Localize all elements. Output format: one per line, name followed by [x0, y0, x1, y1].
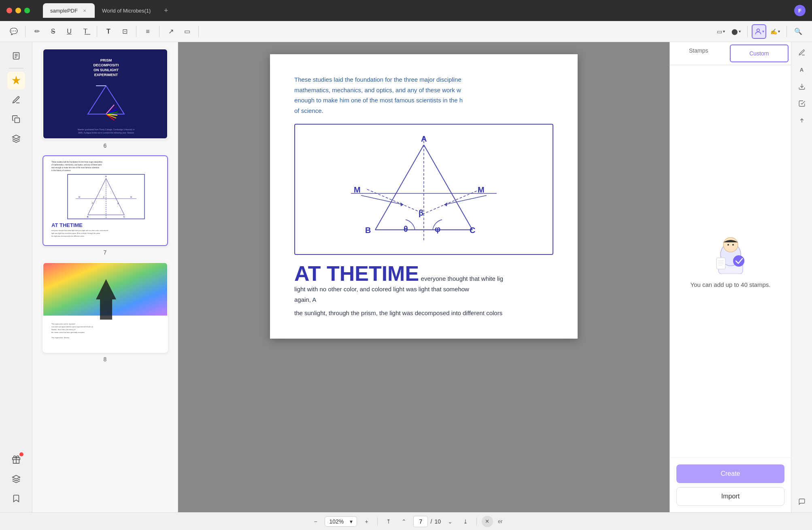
- sidebar-pages-icon[interactable]: [7, 47, 25, 65]
- comment-toolbar-btn[interactable]: 💬: [6, 24, 21, 39]
- svg-point-79: [727, 244, 729, 246]
- sidebar-copy-icon[interactable]: [7, 110, 25, 128]
- page-total: 10: [434, 518, 441, 525]
- svg-line-57: [375, 145, 424, 230]
- far-right-panel: A: [791, 42, 812, 512]
- text-box-toolbar-btn[interactable]: ⊡: [117, 24, 132, 39]
- far-right-upload-icon[interactable]: [795, 113, 809, 128]
- stamps-panel-content: You can add up to 40 stamps.: [670, 65, 791, 458]
- last-page-btn[interactable]: ⤓: [459, 515, 472, 528]
- next-page-btn[interactable]: ⌄: [444, 515, 456, 528]
- pdf-page-7: These studies laid the foundation for th…: [270, 54, 578, 339]
- sidebar-stack-icon[interactable]: [7, 470, 25, 488]
- prev-page-btn[interactable]: ⌃: [398, 515, 410, 528]
- pdf-intro-text: These studies laid the foundation for th…: [294, 74, 553, 116]
- svg-text:B: B: [87, 216, 89, 218]
- fill-color-btn[interactable]: ⬤▾: [729, 24, 743, 39]
- arrow-toolbar-btn[interactable]: ↗: [164, 24, 178, 39]
- traffic-lights: [6, 8, 30, 13]
- svg-text:M: M: [478, 185, 485, 194]
- svg-text:β: β: [103, 196, 104, 198]
- svg-text:the light was decomposed into : the light was decomposed into different …: [51, 235, 84, 237]
- zoom-in-btn[interactable]: +: [360, 515, 372, 528]
- separator-3: [136, 26, 136, 37]
- sidebar-bookmark-icon[interactable]: [7, 490, 25, 507]
- svg-text:was enough to make him one of : was enough to make him one of the most f…: [51, 167, 100, 169]
- far-right-download-icon[interactable]: [795, 79, 809, 94]
- thumb-img-7: These studies laid the foundation for th…: [43, 156, 168, 245]
- thumb-card-6[interactable]: PRISM DECOMPOSITI ON SUNLIGHT EXPERIMENT: [43, 49, 168, 139]
- svg-text:light was light that somehow a: light was light that somehow again, A th…: [51, 232, 100, 234]
- far-right-edit-icon[interactable]: [795, 45, 809, 60]
- sidebar-annotate-icon[interactable]: [7, 91, 25, 109]
- far-right-text-icon[interactable]: A: [795, 62, 809, 77]
- tab-microbes[interactable]: World of Microbes(1): [95, 3, 158, 18]
- pdf-big-title-area: AT THETIME everyone thought that white l…: [294, 263, 553, 305]
- svg-text:β: β: [419, 208, 423, 217]
- svg-text:These studies laid the foundat: These studies laid the foundation for th…: [51, 161, 103, 163]
- pdf-body-text-2: the sunlight, through the prism, the lig…: [294, 308, 553, 318]
- svg-rect-5: [15, 118, 19, 123]
- close-button[interactable]: [6, 8, 12, 13]
- first-page-btn[interactable]: ⤒: [383, 515, 395, 528]
- shape-color-btn[interactable]: ▭▾: [714, 24, 727, 39]
- thumb-svg-7: These studies laid the foundation for th…: [43, 156, 168, 245]
- toolbar: 💬 ✏ S U T͟ T ⊡ ≡ ↗ ▭ ▭▾ ⬤▾ ▾ ✍▾ 🔍: [0, 21, 812, 42]
- create-stamp-button[interactable]: Create: [676, 464, 784, 483]
- bottom-close-btn[interactable]: ✕: [482, 516, 493, 527]
- import-stamp-button[interactable]: Import: [676, 487, 784, 506]
- custom-tab[interactable]: Custom: [730, 45, 789, 62]
- stamps-tab[interactable]: Stamps: [670, 42, 727, 60]
- sidebar-gift-icon[interactable]: [7, 451, 25, 469]
- tab-samplepdf[interactable]: samplePDF ✕: [43, 3, 95, 18]
- separator-6: [747, 26, 748, 37]
- strikethrough-toolbar-btn[interactable]: S: [46, 24, 60, 39]
- tab-label: samplePDF: [50, 8, 78, 14]
- main-area: PRISM DECOMPOSITI ON SUNLIGHT EXPERIMENT: [0, 42, 812, 512]
- svg-text:in the history of science.: in the history of science.: [51, 170, 71, 172]
- thumb-label-7: 7: [104, 249, 107, 256]
- text-font-toolbar-btn[interactable]: T: [101, 24, 116, 39]
- svg-text:B: B: [365, 226, 371, 235]
- tabs-bar: samplePDF ✕ World of Microbes(1) +: [43, 3, 789, 18]
- maximize-button[interactable]: [24, 8, 30, 13]
- add-tab-button[interactable]: +: [160, 5, 172, 16]
- svg-text:AT THETIME: AT THETIME: [51, 222, 83, 228]
- separator-4: [159, 26, 159, 37]
- separator-2: [97, 26, 97, 37]
- svg-text:C: C: [123, 216, 125, 218]
- svg-text:M: M: [79, 196, 80, 198]
- sidebar-layers-icon[interactable]: [7, 130, 25, 148]
- pdf-big-title: AT THETIME: [294, 262, 419, 285]
- shape-toolbar-btn[interactable]: ▭: [180, 24, 194, 39]
- svg-text:PRISM: PRISM: [100, 58, 112, 62]
- stamps-panel: Stamps Custom: [670, 42, 791, 512]
- thumb-card-7[interactable]: These studies laid the foundation for th…: [43, 155, 168, 246]
- pdf-diagram-svg: A B C β θ φ M M: [335, 133, 513, 246]
- highlight-toolbar-btn[interactable]: ✏: [30, 24, 44, 39]
- zoom-display[interactable]: 102% ▾: [325, 516, 357, 527]
- tab-close-samplepdf[interactable]: ✕: [82, 8, 87, 13]
- zoom-out-btn[interactable]: −: [309, 515, 321, 528]
- sidebar-highlight-icon[interactable]: [7, 72, 25, 89]
- text-color-toolbar-btn[interactable]: T͟: [78, 24, 93, 39]
- minimize-button[interactable]: [15, 8, 21, 13]
- svg-text:ON SUNLIGHT: ON SUNLIGHT: [94, 68, 119, 72]
- svg-rect-51: [100, 299, 112, 320]
- svg-rect-82: [716, 258, 725, 269]
- far-right-checkbox-icon[interactable]: [795, 96, 809, 111]
- signature-btn[interactable]: ✍▾: [768, 24, 782, 39]
- svg-marker-6: [12, 135, 19, 139]
- list-toolbar-btn[interactable]: ≡: [140, 24, 155, 39]
- separator-7: [786, 26, 787, 37]
- thumbnail-page6: PRISM DECOMPOSITI ON SUNLIGHT EXPERIMENT: [37, 49, 173, 149]
- search-toolbar-btn[interactable]: 🔍: [791, 24, 806, 39]
- thumbnails-panel: PRISM DECOMPOSITI ON SUNLIGHT EXPERIMENT: [32, 42, 178, 512]
- far-right-comment-icon[interactable]: [795, 494, 809, 509]
- underline-toolbar-btn[interactable]: U: [62, 24, 77, 39]
- bottom-sep-2: [476, 517, 477, 526]
- stamp-active-btn[interactable]: ▾: [752, 24, 766, 39]
- thumb-card-8[interactable]: This experiment can be repeated now and …: [43, 262, 168, 353]
- svg-text:Newton. Since then, the theory: Newton. Since then, the theory of: [51, 329, 76, 331]
- page-number-input[interactable]: [413, 516, 428, 527]
